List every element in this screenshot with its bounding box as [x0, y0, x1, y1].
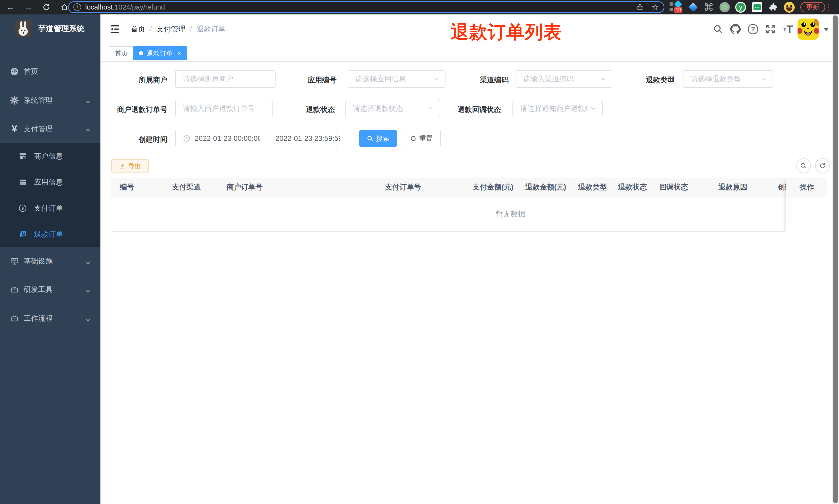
url-bar[interactable]: i localhost :1024/pay/refund ☆: [68, 1, 664, 13]
breadcrumb-current: 退款订单: [197, 24, 226, 34]
col-pay-order-no: 支付订单号: [376, 178, 464, 197]
page-title: 退款订单列表: [451, 20, 562, 44]
browser-reload-icon[interactable]: [39, 0, 54, 14]
sidebar-item-pay[interactable]: ¥ 支付管理: [0, 115, 101, 143]
sidebar-item-label: 基础设施: [24, 256, 53, 266]
search-button[interactable]: 搜索: [359, 130, 397, 147]
range-end: 2022-01-23 23:59:59: [275, 134, 340, 143]
breadcrumb-pay[interactable]: 支付管理: [157, 24, 185, 34]
chevron-up-icon: [86, 129, 90, 133]
chevron-down-icon: [762, 76, 766, 80]
close-icon[interactable]: ×: [177, 50, 181, 57]
tab-refund-order[interactable]: 退款订单 ×: [133, 46, 187, 60]
sidebar-item-system[interactable]: 系统管理: [0, 86, 101, 115]
extensions-puzzle-icon[interactable]: [765, 0, 781, 14]
help-icon[interactable]: ?: [745, 14, 761, 44]
col-merchant-order-no: 商户订单号: [218, 178, 376, 197]
fixed-action-column: 操作: [786, 178, 827, 232]
reset-button[interactable]: 重置: [402, 130, 441, 147]
sidebar-item-merchant-info[interactable]: 商户信息: [0, 143, 101, 169]
extension-gem-icon[interactable]: [685, 0, 701, 14]
extension-command-icon[interactable]: ⌘: [701, 0, 716, 14]
browser-back-icon[interactable]: ←: [3, 0, 18, 14]
sidebar-item-pay-order[interactable]: ¥ 支付订单: [0, 195, 101, 221]
scrollbar-thumb[interactable]: [833, 15, 838, 503]
browser-profile-avatar[interactable]: [781, 0, 797, 14]
col-refund-status: 退款状态: [610, 178, 651, 197]
breadcrumb-home[interactable]: 首页: [131, 24, 145, 34]
extension-chat-icon[interactable]: [749, 0, 765, 14]
merchant-input[interactable]: [175, 70, 275, 88]
filter-label-create-time: 创建时间: [101, 134, 167, 144]
extension-y-icon[interactable]: y: [733, 0, 748, 14]
col-refund-amount: 退款金额(元): [517, 178, 570, 197]
chrome-menu-icon[interactable]: ⋮: [823, 0, 833, 14]
sidebar-item-infrastructure[interactable]: 基础设施: [0, 247, 101, 275]
main-area: 首页 / 支付管理 / 退款订单 退款订单列表 ? тT: [101, 14, 839, 504]
refund-table: 编号 支付渠道 商户订单号 支付订单号 支付金额(元) 退款金额(元) 退款类型…: [111, 178, 827, 232]
sidebar-item-refund-order[interactable]: 退款订单: [0, 221, 101, 247]
sidebar-item-workflow[interactable]: 工作流程: [0, 304, 101, 333]
tab-label: 首页: [115, 49, 128, 58]
notify-status-select[interactable]: 请选择通知商户退款结果的: [513, 100, 603, 118]
sidebar-item-label: 退款订单: [34, 229, 63, 239]
avatar-caret-down-icon[interactable]: [824, 28, 829, 31]
briefcase-icon: [9, 286, 20, 294]
active-dot: [139, 51, 143, 55]
refund-status-select[interactable]: 请选择退款状态: [345, 100, 440, 118]
table-search-toggle-button[interactable]: [796, 158, 811, 173]
empty-row: 暂无数据: [111, 197, 827, 232]
tab-home[interactable]: 首页: [109, 46, 134, 60]
user-avatar[interactable]: [798, 19, 819, 40]
sidebar-item-label: 工作流程: [24, 313, 53, 323]
font-size-icon[interactable]: тT: [780, 14, 796, 44]
gear-icon: [9, 96, 20, 105]
range-start: 2022-01-23 00:00:00: [195, 134, 260, 143]
clock-icon: [183, 134, 191, 142]
col-channel: 支付渠道: [163, 178, 218, 197]
sidebar-collapse-icon[interactable]: [109, 24, 121, 34]
sidebar-item-label: 研发工具: [24, 285, 53, 294]
filter-label-merchant: 所属商户: [101, 75, 167, 85]
extension-proxy-icon[interactable]: [717, 0, 732, 14]
sidebar-item-dev-tools[interactable]: 研发工具: [0, 275, 101, 304]
table-refresh-button[interactable]: [815, 158, 830, 173]
sidebar-item-app-info[interactable]: 应用信息: [0, 169, 101, 195]
monitor-icon: [9, 257, 20, 266]
browser-chrome: ← → i localhost :1024/pay/refund ☆ 10: [0, 0, 839, 14]
refund-type-select[interactable]: 请选择退款类型: [683, 70, 773, 88]
app-logo-rabbit: [15, 20, 31, 37]
filter-label-refund-type: 退款类型: [618, 75, 675, 85]
chevron-down-icon: [86, 317, 90, 321]
header-search-icon[interactable]: [710, 14, 726, 44]
browser-forward-icon[interactable]: →: [21, 0, 36, 14]
sidebar-item-home[interactable]: 首页: [0, 57, 101, 86]
sidebar-item-label: 系统管理: [24, 95, 53, 105]
breadcrumb: 首页 / 支付管理 / 退款订单: [131, 14, 226, 44]
url-host: localhost: [85, 3, 113, 11]
app-select[interactable]: 请选择应用信息: [347, 70, 446, 88]
merchant-refund-no-input[interactable]: [175, 100, 273, 118]
app-logo-row[interactable]: 芋道管理系统: [0, 14, 101, 43]
sidebar: 芋道管理系统 首页 系统管理 ¥ 支付管理: [0, 14, 101, 504]
filter-label-merchant-refund-no: 商户退款订单号: [101, 105, 167, 114]
fullscreen-icon[interactable]: [763, 14, 778, 44]
empty-text: 暂无数据: [496, 209, 525, 219]
chrome-update-button[interactable]: 更新: [800, 2, 825, 12]
yen-icon: ¥: [9, 124, 20, 134]
bookmark-star-icon[interactable]: ☆: [651, 2, 659, 12]
tab-label: 退款订单: [147, 49, 173, 58]
window-scrollbar[interactable]: [832, 14, 839, 504]
chevron-down-icon: [86, 288, 90, 292]
tags-view-bar: 首页 退款订单 ×: [101, 44, 839, 62]
channel-select[interactable]: 请输入渠道编码: [516, 70, 612, 88]
site-info-icon[interactable]: i: [73, 3, 81, 11]
extension-tabs-outliner-icon[interactable]: 10: [668, 0, 685, 14]
extension-badge: 10: [674, 7, 682, 13]
github-icon[interactable]: [728, 14, 743, 44]
sidebar-item-label: 应用信息: [34, 177, 63, 187]
col-refund-type: 退款类型: [570, 178, 610, 197]
create-time-range-picker[interactable]: 2022-01-23 00:00:00 - 2022-01-23 23:59:5…: [175, 130, 337, 147]
share-icon[interactable]: [636, 3, 644, 11]
export-button[interactable]: 导出: [111, 159, 149, 173]
